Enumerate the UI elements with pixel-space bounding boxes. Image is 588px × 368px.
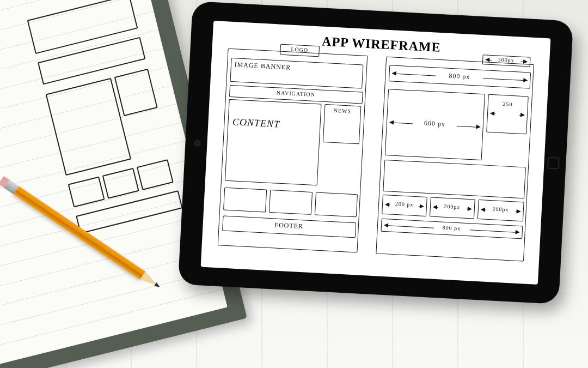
wf-dim-200: 200px — [477, 200, 524, 221]
wf-dim-200: 200 px — [382, 195, 427, 216]
wf-dim-800-bottom: 800 px — [381, 219, 523, 239]
wf-thumb-box — [223, 188, 267, 213]
wf-content-area: CONTENT — [224, 99, 321, 186]
wf-thumb-box — [314, 192, 357, 217]
tablet-device: APP WIREFRAME LOGO IMAGE BANNER NAVIGATI… — [178, 1, 573, 304]
notebook-sketch-box — [137, 159, 174, 190]
notebook-sketch-box — [114, 69, 158, 116]
wf-footer: FOOTER — [222, 215, 356, 238]
tablet-screen: APP WIREFRAME LOGO IMAGE BANNER NAVIGATI… — [201, 21, 551, 285]
wf-dim-600: 600 px — [384, 89, 485, 160]
wf-large-box — [383, 160, 526, 199]
notebook-sketch-box — [102, 168, 139, 199]
wireframe-layout-dimensions: 300px 800 px 600 px 250 200 px 200px 200… — [376, 57, 534, 262]
wireframe-frames: LOGO IMAGE BANNER NAVIGATION CONTENT NEW… — [213, 48, 538, 262]
wf-thumb-box — [268, 190, 312, 215]
wf-dim-800-top: 800 px — [388, 65, 530, 89]
wf-image-banner: IMAGE BANNER — [230, 58, 363, 89]
desk-scene: APP WIREFRAME LOGO IMAGE BANNER NAVIGATI… — [0, 0, 588, 368]
wf-logo-box: LOGO — [280, 44, 320, 57]
wf-dim-300: 300px — [482, 55, 530, 67]
wireframe-layout-semantic: LOGO IMAGE BANNER NAVIGATION CONTENT NEW… — [217, 49, 367, 253]
wf-dim-200: 200px — [429, 197, 475, 219]
tablet-camera-icon — [195, 141, 199, 146]
tablet-home-button[interactable] — [547, 157, 560, 170]
notebook-sketch-box — [68, 176, 105, 207]
wf-dim-250: 250 — [486, 94, 529, 135]
wf-news-sidebar: NEWS — [322, 104, 361, 144]
